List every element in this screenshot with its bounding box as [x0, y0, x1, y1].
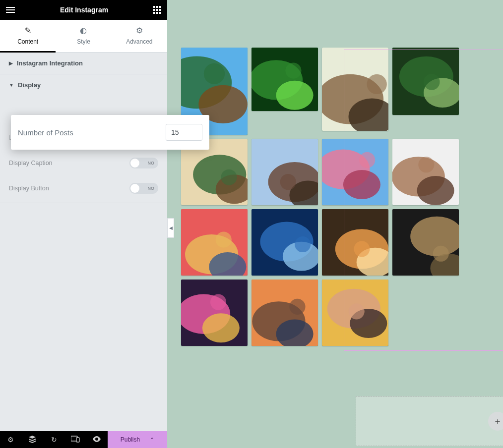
svg-point-17 [424, 74, 440, 90]
settings-icon[interactable]: ⚙ [0, 436, 21, 444]
grid-tile[interactable] [181, 280, 248, 346]
svg-point-53 [210, 294, 226, 310]
editor-sidebar: Edit Instagram ✎ Content ◐ Style ⚙ Advan… [0, 0, 167, 448]
menu-icon[interactable] [6, 7, 15, 13]
editor-canvas[interactable]: ＋ [167, 0, 503, 448]
navigator-icon[interactable] [21, 435, 43, 445]
tab-label: Content [17, 38, 38, 45]
control-caption: Display Caption NO [0, 153, 167, 178]
preview-icon[interactable] [86, 436, 108, 444]
tab-style[interactable]: ◐ Style [56, 20, 111, 52]
svg-point-9 [285, 63, 301, 79]
grid-tile[interactable] [322, 280, 388, 346]
control-button: Display Button NO [0, 178, 167, 203]
section-toggle-display[interactable]: ▼ Display [0, 74, 167, 96]
caret-down-icon: ▼ [9, 82, 14, 88]
gear-icon: ⚙ [112, 26, 167, 35]
svg-point-8 [276, 81, 314, 110]
svg-point-21 [221, 169, 237, 185]
section-integration: ▶ Instagram Integration [0, 53, 167, 74]
svg-point-57 [289, 299, 305, 315]
posts-input[interactable] [166, 124, 202, 141]
svg-point-49 [433, 246, 449, 262]
grid-tile[interactable] [392, 139, 459, 205]
section-title: Instagram Integration [17, 59, 83, 67]
grid-tile[interactable] [322, 139, 388, 205]
svg-point-29 [359, 152, 375, 168]
svg-point-25 [280, 174, 296, 190]
instagram-grid [181, 48, 499, 346]
svg-point-33 [418, 157, 434, 172]
svg-point-28 [343, 170, 380, 199]
svg-rect-1 [76, 438, 79, 442]
pencil-icon: ✎ [0, 26, 56, 35]
contrast-icon: ◐ [56, 26, 111, 35]
grid-tile[interactable] [392, 209, 459, 276]
grid-tile[interactable] [392, 48, 459, 115]
drop-zone[interactable]: ＋ [356, 396, 503, 446]
sidebar-header: Edit Instagram [0, 0, 167, 20]
tab-content[interactable]: ✎ Content [0, 20, 56, 52]
svg-point-5 [204, 63, 225, 84]
publish-button[interactable]: Publish ⌃ [108, 431, 167, 448]
responsive-icon[interactable] [64, 436, 86, 444]
grid-tile[interactable] [181, 209, 248, 276]
history-icon[interactable]: ↻ [43, 436, 64, 444]
svg-point-45 [354, 241, 370, 257]
sidebar-footer: ⚙ ↻ Publish ⌃ [0, 431, 167, 448]
caret-right-icon: ▶ [9, 60, 13, 66]
chevron-up-icon: ⌃ [150, 437, 154, 443]
tab-label: Style [77, 38, 90, 45]
section-title: Display [18, 81, 41, 89]
posts-label: Number of Posts [18, 128, 73, 137]
grid-tile[interactable] [322, 209, 388, 276]
grid-tile[interactable] [322, 48, 388, 131]
section-toggle-integration[interactable]: ▶ Instagram Integration [0, 53, 167, 74]
tab-advanced[interactable]: ⚙ Advanced [112, 20, 167, 52]
svg-point-41 [295, 236, 311, 252]
grid-tile[interactable] [252, 48, 318, 111]
tab-label: Advanced [126, 38, 152, 45]
panel-title: Edit Instagram [60, 6, 108, 14]
svg-point-32 [417, 176, 454, 205]
svg-point-13 [367, 74, 387, 94]
grid-tile[interactable] [252, 209, 318, 276]
svg-point-61 [349, 303, 365, 319]
toggle-caption[interactable]: NO [129, 158, 158, 168]
svg-point-37 [216, 232, 232, 248]
grid-tile[interactable] [252, 139, 318, 205]
control-label: Display Caption [9, 160, 53, 167]
popover-number-of-posts: Number of Posts [11, 115, 209, 150]
grid-tile[interactable] [252, 280, 318, 346]
svg-point-52 [202, 313, 240, 342]
toggle-button[interactable]: NO [129, 183, 158, 194]
add-section-button[interactable]: ＋ [488, 412, 503, 431]
panel-body: ▶ Instagram Integration ▼ Display Link P… [0, 53, 167, 431]
editor-tabs: ✎ Content ◐ Style ⚙ Advanced [0, 20, 167, 53]
apps-icon[interactable] [153, 6, 161, 14]
control-label: Display Button [9, 185, 49, 192]
